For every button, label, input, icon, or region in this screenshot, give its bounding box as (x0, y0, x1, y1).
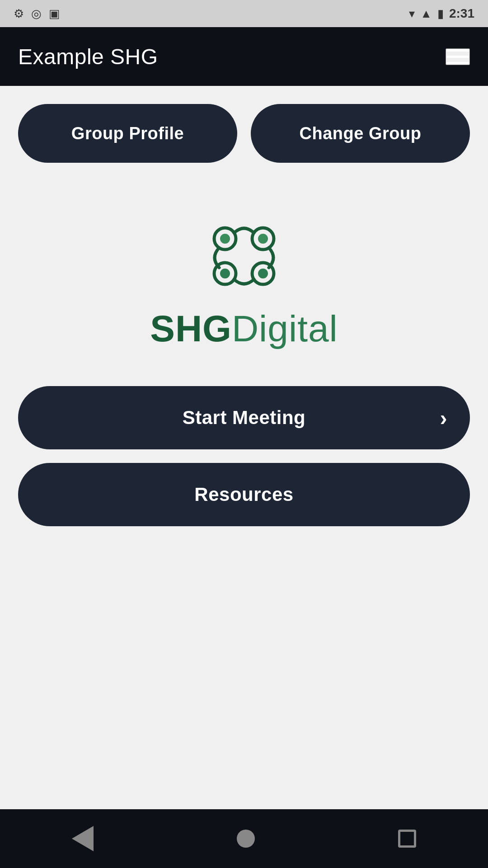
start-meeting-label: Start Meeting (183, 407, 306, 429)
hamburger-line-2 (446, 56, 469, 58)
back-nav-button[interactable] (72, 826, 94, 851)
logo-digital: Digital (232, 308, 338, 349)
logo-text: SHGDigital (150, 307, 338, 350)
svg-point-7 (258, 269, 268, 278)
top-buttons-row: Group Profile Change Group (18, 104, 470, 163)
hamburger-line-3 (446, 62, 469, 64)
svg-point-5 (220, 269, 230, 278)
logo-text-container: SHGDigital (150, 308, 338, 349)
resources-button[interactable]: Resources (18, 463, 470, 526)
status-bar: ⚙ ◎ ▣ ▾ ▲ ▮ 2:31 (0, 0, 488, 27)
group-profile-button[interactable]: Group Profile (18, 104, 237, 163)
signal-icon: ▲ (420, 7, 432, 21)
recent-nav-button[interactable] (398, 830, 416, 848)
svg-point-1 (220, 234, 230, 244)
status-time: 2:31 (449, 6, 474, 21)
logo-shg: SHG (150, 308, 232, 349)
back-icon (72, 826, 94, 851)
status-bar-right: ▾ ▲ ▮ 2:31 (409, 6, 474, 21)
status-bar-left: ⚙ ◎ ▣ (14, 7, 60, 21)
chevron-right-icon: › (440, 406, 447, 430)
action-buttons: Start Meeting › Resources (18, 386, 470, 526)
app-title: Example SHG (18, 44, 158, 69)
recent-icon (398, 830, 416, 848)
sd-card-icon: ▣ (49, 7, 60, 21)
logo-icon (194, 208, 294, 298)
bottom-nav-bar (0, 809, 488, 868)
start-meeting-button[interactable]: Start Meeting › (18, 386, 470, 449)
logo-area: SHGDigital (150, 208, 338, 350)
settings-icon: ⚙ (14, 7, 24, 21)
wifi-icon: ▾ (409, 7, 415, 21)
menu-button[interactable] (446, 48, 470, 65)
change-group-button[interactable]: Change Group (251, 104, 470, 163)
home-icon (237, 830, 255, 848)
home-nav-button[interactable] (237, 830, 255, 848)
resources-label: Resources (194, 484, 293, 505)
main-content: Group Profile Change Group (0, 86, 488, 809)
hamburger-line-1 (446, 49, 469, 52)
svg-point-3 (258, 234, 268, 244)
app-header: Example SHG (0, 27, 488, 86)
sim-icon: ◎ (31, 7, 42, 21)
battery-icon: ▮ (437, 7, 444, 21)
